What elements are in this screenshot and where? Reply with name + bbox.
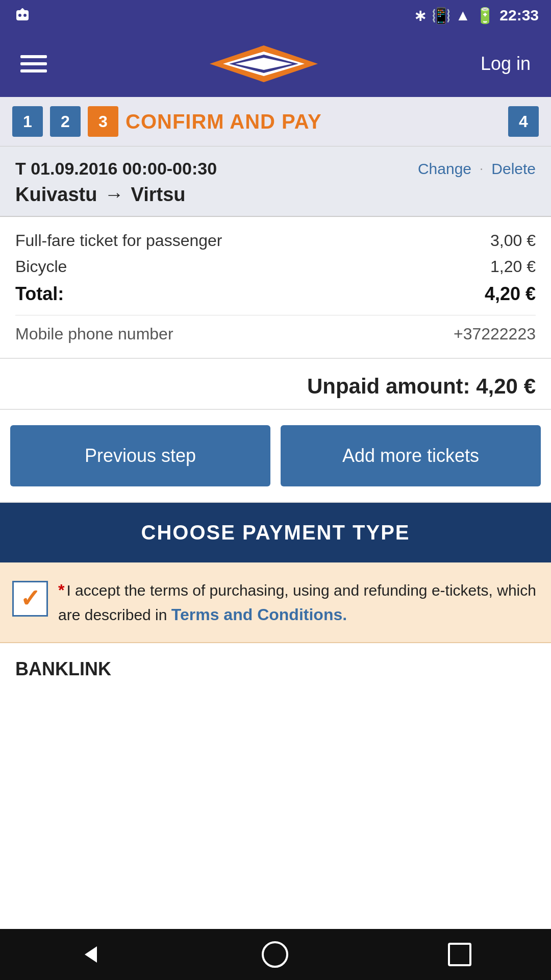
separator-dot: · <box>480 161 483 177</box>
step-1[interactable]: 1 <box>12 106 43 137</box>
hamburger-line-2 <box>20 62 47 65</box>
step-3[interactable]: 3 <box>88 106 118 137</box>
terms-text: *I accept the terms of purchasing, using… <box>58 578 539 627</box>
svg-point-2 <box>23 14 27 17</box>
total-amount: 4,20 € <box>485 283 536 305</box>
ticket-row-phone: Mobile phone number +37222223 <box>15 315 536 344</box>
app-header: Log in <box>0 31 551 97</box>
booking-section: T 01.09.2016 00:00-00:30 Change · Delete… <box>0 146 551 217</box>
terms-conditions-link[interactable]: Terms and Conditions. <box>171 605 347 624</box>
svg-rect-0 <box>16 10 29 20</box>
home-button[interactable] <box>262 941 288 968</box>
ticket-row-bicycle: Bicycle 1,20 € <box>15 257 536 276</box>
robot-icon <box>12 5 33 26</box>
login-button[interactable]: Log in <box>481 53 531 75</box>
checkmark-icon: ✓ <box>20 586 40 611</box>
logo-svg <box>208 43 320 84</box>
terms-checkbox[interactable]: ✓ <box>12 581 48 617</box>
unpaid-amount: Unpaid amount: 4,20 € <box>307 374 536 399</box>
hamburger-menu[interactable] <box>20 55 47 72</box>
svg-marker-9 <box>85 946 97 963</box>
ticket-row-total: Total: 4,20 € <box>15 283 536 305</box>
ticket-price-passenger: 3,00 € <box>490 231 536 250</box>
unpaid-section: Unpaid amount: 4,20 € <box>0 359 551 410</box>
ticket-label-bicycle: Bicycle <box>15 257 67 276</box>
booking-header: T 01.09.2016 00:00-00:30 Change · Delete <box>15 159 536 179</box>
booking-route: Kuivastu → Virtsu <box>15 184 536 206</box>
status-bar-right: ∗ 📳 ▲ 🔋 22:33 <box>414 7 539 24</box>
step-4[interactable]: 4 <box>508 106 539 137</box>
ticket-label-passenger: Full-fare ticket for passenger <box>15 231 222 250</box>
recents-button[interactable] <box>448 943 471 966</box>
back-button[interactable] <box>80 943 102 966</box>
add-more-tickets-button[interactable]: Add more tickets <box>281 425 541 486</box>
route-origin: Kuivastu <box>15 184 97 206</box>
nav-bar <box>0 929 551 980</box>
signal-icon: ▲ <box>456 7 471 24</box>
svg-point-1 <box>18 14 21 17</box>
booking-datetime: T 01.09.2016 00:00-00:30 <box>15 159 217 179</box>
battery-icon: 🔋 <box>475 7 494 24</box>
terms-section: ✓ *I accept the terms of purchasing, usi… <box>0 562 551 643</box>
time-display: 22:33 <box>499 7 539 24</box>
svg-point-4 <box>21 8 23 10</box>
change-link[interactable]: Change <box>418 160 471 178</box>
app-logo <box>208 43 320 84</box>
terms-asterisk: * <box>58 581 64 599</box>
ticket-details: Full-fare ticket for passenger 3,00 € Bi… <box>0 217 551 359</box>
banklink-section: BANKLINK <box>0 643 551 929</box>
previous-step-button[interactable]: Previous step <box>10 425 270 486</box>
action-buttons: Previous step Add more tickets <box>0 410 551 503</box>
route-destination: Virtsu <box>131 184 185 206</box>
recents-square-icon <box>448 943 471 966</box>
hamburger-line-3 <box>20 69 47 72</box>
total-label: Total: <box>15 283 64 305</box>
step-indicator: 1 2 3 CONFIRM AND PAY 4 <box>0 97 551 146</box>
phone-label: Mobile phone number <box>15 325 173 344</box>
choose-payment-type-button[interactable]: CHOOSE PAYMENT TYPE <box>0 503 551 562</box>
bluetooth-icon: ∗ <box>414 7 427 24</box>
status-bar-left <box>12 5 33 26</box>
hamburger-line-1 <box>20 55 47 58</box>
vibrate-icon: 📳 <box>432 7 450 24</box>
delete-link[interactable]: Delete <box>491 160 536 178</box>
route-arrow: → <box>104 184 123 206</box>
back-arrow-icon <box>80 943 102 966</box>
banklink-title: BANKLINK <box>15 658 536 680</box>
step-2[interactable]: 2 <box>50 106 81 137</box>
status-bar: ∗ 📳 ▲ 🔋 22:33 <box>0 0 551 31</box>
ticket-price-bicycle: 1,20 € <box>490 257 536 276</box>
step-title: CONFIRM AND PAY <box>126 110 501 133</box>
booking-actions: Change · Delete <box>418 160 536 178</box>
phone-value: +37222223 <box>454 325 536 344</box>
home-circle-icon <box>262 941 288 968</box>
ticket-row-passenger: Full-fare ticket for passenger 3,00 € <box>15 231 536 250</box>
